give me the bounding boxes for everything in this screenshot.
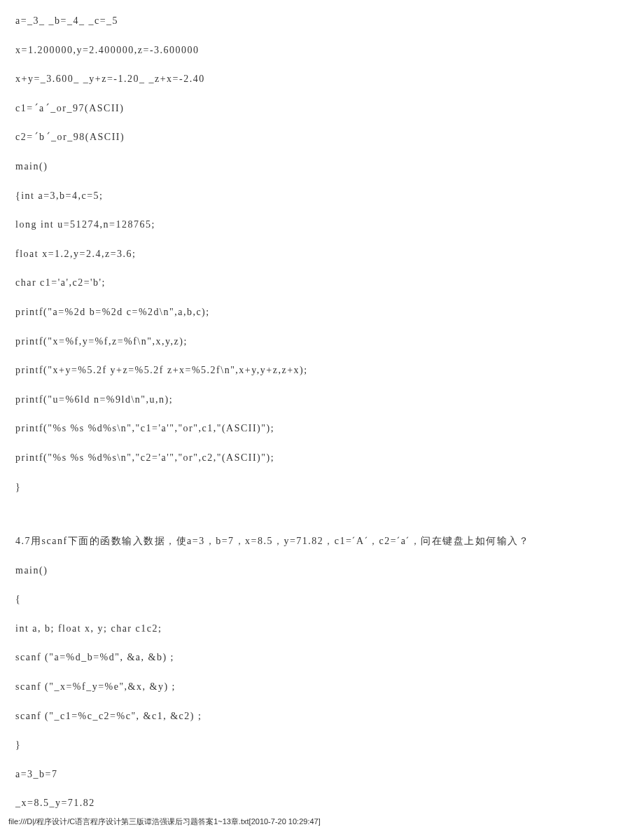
code-line: scanf ("_x=%f_y=%e",&x, &y) ; <box>15 680 629 694</box>
code-line: {int a=3,b=4,c=5; <box>15 189 629 203</box>
code-line: { <box>15 592 629 606</box>
code-line: float x=1.2,y=2.4,z=3.6; <box>15 247 629 261</box>
code-line: x=1.200000,y=2.400000,z=-3.600000 <box>15 43 629 57</box>
code-line: } <box>15 480 629 494</box>
code-line: printf("%s %s %d%s\n","c1='a'","or",c1,"… <box>15 422 629 436</box>
code-line: printf("u=%6ld n=%9ld\n",u,n); <box>15 393 629 407</box>
code-line: printf("x=%f,y=%f,z=%f\n",x,y,z); <box>15 335 629 349</box>
code-line: main() <box>15 160 629 174</box>
code-line: a=_3_ _b=_4_ _c=_5 <box>15 14 629 28</box>
code-line: long int u=51274,n=128765; <box>15 218 629 232</box>
code-line: _x=8.5_y=71.82 <box>15 796 629 810</box>
code-line: } <box>15 738 629 752</box>
code-line: c1=ˊaˊ_or_97(ASCII) <box>15 102 629 116</box>
question-text: 4.7用scanf下面的函数输入数据，使a=3，b=7，x=8.5，y=71.8… <box>15 534 629 548</box>
code-line: a=3_b=7 <box>15 767 629 781</box>
blank-line <box>15 509 629 534</box>
code-line: scanf ("a=%d_b=%d", &a, &b) ; <box>15 651 629 665</box>
code-line: x+y=_3.600_ _y+z=-1.20_ _z+x=-2.40 <box>15 72 629 86</box>
code-line: c2=ˊbˊ_or_98(ASCII) <box>15 130 629 144</box>
code-line: char c1='a',c2='b'; <box>15 276 629 290</box>
page-footer: file:///D|/程序设计/C语言程序设计第三版谭浩强课后习题答案1~13章… <box>8 816 321 827</box>
code-line: printf("%s %s %d%s\n","c2='a'","or",c2,"… <box>15 451 629 465</box>
code-line: printf("x+y=%5.2f y+z=%5.2f z+x=%5.2f\n"… <box>15 363 629 377</box>
code-line: scanf ("_c1=%c_c2=%c", &c1, &c2) ; <box>15 709 629 723</box>
code-line: printf("a=%2d b=%2d c=%2d\n",a,b,c); <box>15 305 629 319</box>
code-line: int a, b; float x, y; char c1c2; <box>15 622 629 636</box>
code-line: main() <box>15 564 629 578</box>
